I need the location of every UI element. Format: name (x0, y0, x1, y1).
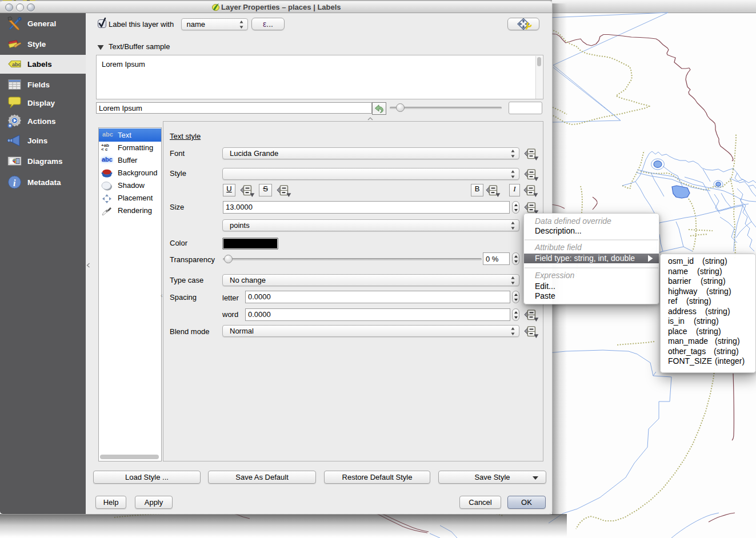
svg-text:abc: abc (12, 62, 21, 67)
svg-text:i: i (13, 178, 16, 188)
